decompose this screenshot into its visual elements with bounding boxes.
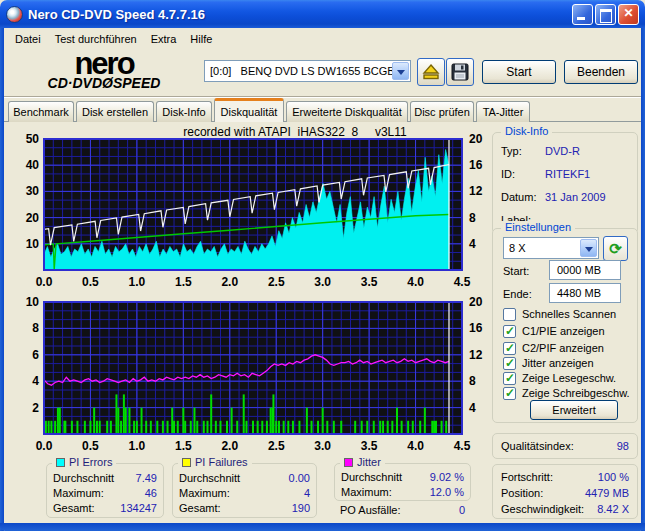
svg-text:1.5: 1.5 (175, 439, 192, 453)
svg-text:2.5: 2.5 (268, 275, 285, 289)
start-position-field[interactable]: 0000 MB (549, 260, 621, 280)
tab-disc-pruefen[interactable]: Disc prüfen (410, 101, 474, 122)
eject-icon (421, 62, 441, 82)
start-button[interactable]: Start (482, 60, 556, 84)
svg-text:20: 20 (26, 211, 40, 225)
pi-errors-swatch (56, 458, 65, 467)
svg-text:0.5: 0.5 (82, 275, 99, 289)
pi-failures-swatch (182, 458, 191, 467)
drive-select-arrow-icon[interactable] (392, 62, 409, 80)
end-position-label: Ende: (503, 288, 532, 300)
app-window: Nero CD-DVD Speed 4.7.7.16 Datei Test du… (0, 0, 645, 531)
checkbox-box[interactable] (503, 325, 516, 338)
quit-button[interactable]: Beenden (564, 60, 638, 84)
checkbox-jitter[interactable]: Jitter anzeigen (503, 356, 594, 370)
disk-info-row: ID:RITEKF1 (501, 168, 629, 180)
pi-errors-chart: 5040302010201612840.00.51.01.52.02.53.03… (0, 133, 490, 293)
settings-panel: Einstellungen 8 X ⟳ Start: 0000 MB Ende:… (492, 228, 638, 423)
maximize-button[interactable] (595, 4, 616, 25)
svg-text:3.0: 3.0 (314, 439, 331, 453)
end-position-field[interactable]: 4480 MB (549, 283, 621, 303)
svg-text:8: 8 (32, 321, 39, 335)
tab-diskqualitaet[interactable]: Diskqualität (214, 98, 284, 122)
quality-index-panel: Qualitätsindex: 98 (492, 433, 638, 459)
checkbox-box[interactable] (503, 308, 516, 321)
pi-failures-panel: PI Failures Durchschnitt0.00 Maximum:4 G… (172, 463, 317, 518)
chart-header: recorded with ATAPI iHAS322 8 v3L11 (110, 125, 480, 139)
checkbox-schreibgeschw[interactable]: Zeige Schreibgeschw. (503, 386, 630, 400)
title-bar[interactable]: Nero CD-DVD Speed 4.7.7.16 (0, 0, 645, 28)
cdvd-speed-logo-text: CD·DVDØSPEED (14, 76, 194, 91)
speed-select-value: 8 X (504, 242, 580, 254)
tab-benchmark[interactable]: Benchmark (8, 101, 74, 122)
nero-logo-text: nero (14, 52, 194, 76)
svg-text:10: 10 (26, 237, 40, 251)
po-failures-row: PO Ausfälle: 0 (340, 504, 465, 516)
svg-text:2.0: 2.0 (221, 275, 238, 289)
quality-index-row: Qualitätsindex: 98 (501, 440, 629, 452)
drive-select-value: [0:0] BENQ DVD LS DW1655 BCGB (205, 65, 392, 77)
disk-info-row: Typ:DVD-R (501, 145, 629, 157)
menu-item-extra[interactable]: Extra (145, 31, 183, 47)
window-title: Nero CD-DVD Speed 4.7.7.16 (28, 7, 570, 22)
svg-text:2: 2 (32, 401, 39, 415)
window-border (0, 523, 645, 531)
pi-failures-jitter-chart: 108642201612840.00.51.01.52.02.53.03.54.… (0, 296, 490, 458)
svg-text:4: 4 (32, 374, 39, 388)
menu-item-hilfe[interactable]: Hilfe (184, 31, 218, 47)
checkbox-box[interactable] (503, 387, 516, 400)
svg-text:4: 4 (469, 401, 476, 415)
po-failures-value: 0 (459, 504, 465, 516)
tab-erweiterte-diskqualitaet[interactable]: Erweiterte Diskqualität (286, 101, 408, 122)
quality-index-label: Qualitätsindex: (501, 440, 574, 452)
app-icon (6, 6, 23, 23)
svg-text:3.0: 3.0 (314, 275, 331, 289)
svg-text:0.0: 0.0 (36, 275, 53, 289)
svg-text:30: 30 (26, 184, 40, 198)
checkbox-box[interactable] (503, 357, 516, 370)
tab-disk-erstellen[interactable]: Disk erstellen (76, 101, 154, 122)
svg-text:1.5: 1.5 (175, 275, 192, 289)
svg-text:40: 40 (26, 158, 40, 172)
close-button[interactable] (618, 4, 639, 25)
quit-button-label: Beenden (577, 65, 625, 79)
svg-text:12: 12 (469, 184, 483, 198)
disk-info-title: Disk-Info (501, 125, 552, 137)
disk-info-row: Datum:31 Jan 2009 (501, 191, 629, 203)
checkbox-c1-pie[interactable]: C1/PIE anzeigen (503, 324, 605, 338)
menu-bar: Datei Test durchführen Extra Hilfe (4, 28, 641, 49)
checkbox-schnelles-scannen[interactable]: Schnelles Scannen (503, 307, 616, 321)
po-failures-label: PO Ausfälle: (340, 504, 401, 516)
checkbox-lesegeschw[interactable]: Zeige Lesegeschw. (503, 371, 616, 385)
svg-text:16: 16 (469, 321, 483, 335)
start-position-label: Start: (503, 265, 529, 277)
svg-text:12: 12 (469, 348, 483, 362)
tab-disk-info[interactable]: Disk-Info (156, 101, 212, 122)
svg-text:8: 8 (469, 211, 476, 225)
speed-select[interactable]: 8 X (503, 237, 599, 259)
progress-panel: Fortschritt:100 % Position:4479 MB Gesch… (492, 464, 638, 519)
checkbox-box[interactable] (503, 342, 516, 355)
start-button-label: Start (506, 65, 531, 79)
menu-item-test-durchfuehren[interactable]: Test durchführen (49, 31, 143, 47)
advanced-button[interactable]: Erweitert (530, 400, 618, 420)
save-button[interactable] (446, 58, 474, 86)
svg-text:1.0: 1.0 (129, 439, 146, 453)
save-icon (451, 63, 469, 81)
minimize-button[interactable] (572, 4, 593, 25)
svg-text:4.5: 4.5 (454, 275, 471, 289)
checkbox-box[interactable] (503, 372, 516, 385)
svg-text:20: 20 (469, 296, 483, 309)
speed-select-arrow-icon[interactable] (580, 239, 597, 257)
svg-text:8: 8 (469, 374, 476, 388)
jitter-swatch (344, 458, 353, 467)
svg-text:3.5: 3.5 (361, 439, 378, 453)
drive-select[interactable]: [0:0] BENQ DVD LS DW1655 BCGB (204, 60, 411, 82)
eject-button[interactable] (417, 58, 445, 86)
checkbox-c2-pif[interactable]: C2/PIF anzeigen (503, 341, 604, 355)
svg-text:4.5: 4.5 (454, 439, 471, 453)
svg-text:2.0: 2.0 (221, 439, 238, 453)
refresh-button[interactable]: ⟳ (603, 236, 628, 261)
tab-ta-jitter[interactable]: TA-Jitter (476, 101, 530, 122)
menu-item-datei[interactable]: Datei (9, 31, 47, 47)
